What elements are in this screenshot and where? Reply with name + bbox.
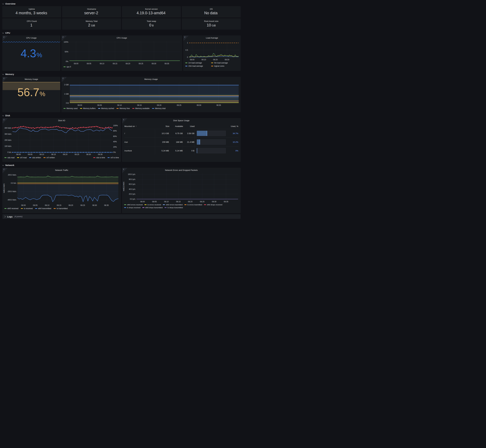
cpu-usage-chart-panel[interactable]: i CPU Usage 08:0008:0508:1008:1508:2008:… xyxy=(62,36,182,71)
svg-text:08:00: 08:00 xyxy=(78,104,82,106)
panel-title[interactable]: OS xyxy=(182,7,240,11)
panel-title[interactable]: Memory Usage xyxy=(3,77,60,81)
legend-item[interactable]: eth0 drops received xyxy=(204,204,222,206)
legend-item[interactable]: lo drops transmitted xyxy=(165,207,183,208)
stat-panel-memory-total[interactable]: Memory Total 2GiB xyxy=(62,18,121,30)
svg-text:08:00: 08:00 xyxy=(140,201,145,203)
memory-usage-chart[interactable]: 08:0008:0508:1008:1508:2008:2508:3008:35… xyxy=(62,81,240,107)
load-average-panel[interactable]: i Load Average 08:0008:1008:2008:3000.51… xyxy=(183,36,240,71)
legend-item[interactable]: eth0 received xyxy=(4,208,18,209)
legend-item[interactable]: Memory free xyxy=(117,107,130,110)
panel-info-corner[interactable]: i xyxy=(183,36,189,41)
network-errors-panel[interactable]: i Network Errors and Dropped Packets 08:… xyxy=(122,168,240,213)
load-average-chart[interactable]: 08:0008:1008:2008:3000.51 xyxy=(183,40,240,62)
network-traffic-chart[interactable]: 08:0008:0508:1008:1508:2008:2508:3008:35… xyxy=(3,172,121,207)
panel-title[interactable]: CPU Count xyxy=(3,19,61,23)
panel-title[interactable]: Disk Space Usage xyxy=(122,118,240,123)
svg-text:08:00: 08:00 xyxy=(21,204,26,206)
cpu-usage-stat-panel[interactable]: i CPU Usage 4.3 % xyxy=(2,36,60,71)
legend-item[interactable]: lo drops received xyxy=(124,207,141,208)
svg-text:60.0 p/s: 60.0 p/s xyxy=(129,183,135,185)
disk-io-chart[interactable]: 08:0008:0508:1008:1508:2008:2508:3008:35… xyxy=(3,123,121,156)
memory-usage-chart-panel[interactable]: i Memory Usage 08:0008:0508:1008:1508:20… xyxy=(62,77,240,112)
svg-text:08:20: 08:20 xyxy=(157,104,161,106)
legend-item[interactable]: lo transmitted xyxy=(54,208,68,209)
usage-bar-fill xyxy=(197,139,200,144)
legend-label: Memory free xyxy=(120,107,130,110)
svg-text:-200.0 kb/s: -200.0 kb/s xyxy=(7,191,16,192)
panel-title[interactable]: CPU Usage xyxy=(3,36,60,40)
cpu-usage-chart[interactable]: 08:0008:0508:1008:1508:2008:2508:3008:35… xyxy=(62,40,182,65)
legend-item[interactable]: sr0 written xyxy=(43,157,55,159)
section-header-disk[interactable]: Disk xyxy=(2,113,240,118)
column-header-size[interactable]: Size xyxy=(155,125,169,128)
panel-info-corner[interactable]: i xyxy=(62,77,67,82)
network-traffic-panel[interactable]: i Network Traffic 08:0008:0508:1008:1508… xyxy=(2,168,121,213)
panel-title[interactable]: Network Traffic xyxy=(3,168,121,172)
legend-item[interactable]: eth0 drops transmitted xyxy=(142,207,163,208)
stat-panel-hostname[interactable]: Hostname server-2 xyxy=(62,6,121,17)
legend-item[interactable]: sda io time xyxy=(93,157,105,159)
panel-info-corner[interactable]: i xyxy=(122,168,127,173)
panel-title[interactable]: Memory Usage xyxy=(62,77,240,81)
legend-item[interactable]: logical cores xyxy=(211,65,234,67)
legend-item[interactable]: sr0 io time xyxy=(108,157,119,159)
section-header-memory[interactable]: Memory xyxy=(2,72,240,76)
legend-item[interactable]: Memory buffers xyxy=(80,107,96,110)
panel-info-corner[interactable]: i xyxy=(3,36,8,41)
stat-panel-uptime[interactable]: Uptime 4 months, 3 weeks xyxy=(2,6,61,17)
legend-item[interactable]: eth0 errors received xyxy=(124,204,143,206)
disk-space-usage-panel[interactable]: i Disk Space Usage Mounted on ↑ Size Ava… xyxy=(122,118,240,162)
legend-item[interactable]: 1m load average xyxy=(185,62,209,64)
legend-item[interactable]: Memory cached xyxy=(98,107,114,110)
memory-usage-stat-panel[interactable]: i Memory Usage 56.7 % xyxy=(2,77,60,112)
legend-item[interactable]: lo received xyxy=(21,208,33,209)
stat-panel-cpu-count[interactable]: CPU Count 1 xyxy=(2,18,61,30)
panel-title[interactable]: Root mount size xyxy=(182,19,240,23)
panel-info-corner[interactable]: i xyxy=(3,118,8,123)
section-header-cpu[interactable]: CPU xyxy=(2,31,240,35)
legend-item[interactable]: cpu 0 xyxy=(64,66,71,68)
legend-item[interactable]: 15m load average xyxy=(185,65,209,67)
panel-info-corner[interactable]: i xyxy=(3,168,8,173)
stat-panel-root-mount-size[interactable]: Root mount size 10GiB xyxy=(182,18,240,30)
stat-panel-os[interactable]: OS No data xyxy=(182,6,240,17)
panel-title[interactable]: Kernel version xyxy=(122,7,181,11)
legend-item[interactable]: eth0 errors tranmitted xyxy=(163,204,183,206)
panel-title[interactable]: Memory Total xyxy=(63,19,121,23)
legend-item[interactable]: Memory used xyxy=(64,107,78,110)
column-header-available[interactable]: Available xyxy=(169,125,183,128)
panel-title[interactable]: Network Errors and Dropped Packets xyxy=(122,168,240,172)
legend-item[interactable]: sr0 read xyxy=(17,157,27,159)
legend-item[interactable]: sda written xyxy=(29,157,41,159)
legend-item[interactable]: lo errors received xyxy=(144,204,161,206)
svg-text:0.5: 0.5 xyxy=(185,49,188,51)
legend-item[interactable]: sda read xyxy=(4,157,15,159)
panel-title[interactable]: Load Average xyxy=(183,36,240,40)
panel-title[interactable]: Uptime xyxy=(3,7,61,11)
panel-info-corner[interactable]: i xyxy=(62,36,67,41)
panel-info-corner[interactable]: i xyxy=(3,77,8,82)
legend-item[interactable]: Memory available xyxy=(132,107,150,110)
legend-item[interactable]: lo errors tranmitted xyxy=(184,204,202,206)
legend-item[interactable]: 5m load average xyxy=(211,62,234,64)
cell-mounted-on: /run/lock xyxy=(124,150,155,152)
legend-item[interactable]: Memory total xyxy=(152,107,166,110)
section-header-overview[interactable]: Overview xyxy=(2,1,240,6)
stat-panel-kernel-version[interactable]: Kernel version 4.19.0-13-amd64 xyxy=(122,6,181,17)
section-header-network[interactable]: Network xyxy=(2,163,240,167)
panel-title[interactable]: Disk I/O xyxy=(3,118,121,123)
column-header-mounted-on[interactable]: Mounted on ↑ xyxy=(124,125,155,128)
section-header-logs[interactable]: Logs (4 panels) xyxy=(2,214,240,219)
network-errors-chart[interactable]: 08:0008:0508:1008:1508:2008:2508:3008:35… xyxy=(122,172,240,203)
panel-info-corner[interactable]: i xyxy=(122,118,127,123)
column-header-used-pct[interactable]: Used, % xyxy=(228,125,238,128)
stat-panel-total-swap[interactable]: Total swap 0B xyxy=(122,18,181,30)
panel-title[interactable]: Total swap xyxy=(122,19,181,23)
panel-title[interactable]: CPU Usage xyxy=(62,36,182,40)
disk-io-panel[interactable]: i Disk I/O 08:0008:0508:1008:1508:2008:2… xyxy=(2,118,121,162)
column-header-used[interactable]: Used xyxy=(183,125,195,128)
legend-item[interactable]: eth0 transmitted xyxy=(35,208,51,209)
info-icon: i xyxy=(4,77,4,80)
panel-title[interactable]: Hostname xyxy=(63,7,121,11)
